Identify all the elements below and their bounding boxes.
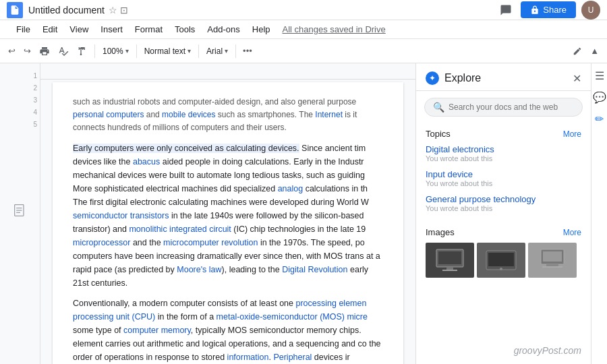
- menu-tools[interactable]: Tools: [169, 22, 200, 36]
- zoom-chevron: ▾: [125, 47, 129, 55]
- style-select[interactable]: Normal text ▾: [141, 42, 194, 60]
- menu-view[interactable]: View: [64, 22, 94, 36]
- watermark: groovyPost.com: [416, 337, 591, 364]
- mos-link[interactable]: metal-oxide-semiconductor (MOS) micre: [216, 312, 368, 322]
- explore-search-bar[interactable]: 🔍: [424, 98, 583, 117]
- svg-rect-7: [442, 270, 457, 271]
- folder-icon[interactable]: ⊡: [120, 5, 128, 16]
- processing-element-link[interactable]: processing elemen: [296, 299, 367, 308]
- highlighted-text: Early computers were only conceived as c…: [73, 144, 299, 153]
- menu-help[interactable]: Help: [247, 22, 276, 36]
- svg-rect-14: [542, 266, 562, 268]
- topic-name-1: Input device: [426, 169, 581, 179]
- information-link[interactable]: information: [227, 353, 269, 362]
- ruler-numbers: 1 2 3 4 5: [33, 70, 37, 131]
- topic-item-2[interactable]: General purpose technology You wrote abo…: [426, 194, 581, 212]
- cpu-link[interactable]: processing unit (CPU): [73, 312, 155, 322]
- svg-rect-13: [546, 264, 558, 266]
- doc-paragraph-1: Early computers were only conceived as c…: [73, 142, 383, 290]
- computer-memory-link[interactable]: computer memory: [123, 326, 191, 335]
- topics-header: Topics More: [426, 129, 581, 139]
- format-painter-button[interactable]: [74, 42, 90, 60]
- menu-insert[interactable]: Insert: [95, 22, 128, 36]
- topic-sub-0: You wrote about this: [426, 154, 581, 162]
- undo-button[interactable]: ↩: [5, 42, 18, 60]
- redo-button[interactable]: ↪: [21, 42, 34, 60]
- topic-name-2: General purpose technology: [426, 194, 581, 204]
- mobile-devices-link[interactable]: mobile devices: [162, 110, 215, 119]
- topic-sub-2: You wrote about this: [426, 204, 581, 212]
- abacus-link[interactable]: abacus: [133, 157, 160, 166]
- explore-close-button[interactable]: ✕: [573, 72, 581, 85]
- horizontal-ruler: [40, 70, 415, 80]
- menu-file[interactable]: File: [11, 22, 36, 36]
- document-area[interactable]: such as industrial robots and computer-a…: [40, 63, 415, 364]
- toolbar: ↩ ↪ 100% ▾ Normal text ▾ Arial ▾ ••• ▲: [0, 39, 607, 63]
- topic-sub-1: You wrote about this: [426, 179, 581, 187]
- svg-rect-9: [488, 253, 514, 266]
- more-options-button[interactable]: •••: [240, 42, 255, 60]
- images-grid: [426, 243, 581, 278]
- peripheral-link[interactable]: Peripheral: [273, 353, 312, 362]
- star-icon[interactable]: ☆: [109, 5, 117, 16]
- image-thumb-2[interactable]: [528, 243, 577, 278]
- font-select[interactable]: Arial ▾: [203, 42, 231, 60]
- right-icon-0[interactable]: ☰: [591, 67, 608, 84]
- topics-section: Topics More Digital electronics You wrot…: [416, 123, 591, 222]
- document-title[interactable]: Untitled document: [28, 5, 105, 16]
- separator-1: [94, 44, 95, 58]
- edit-mode-button[interactable]: [570, 42, 585, 60]
- explore-icon: ✦: [426, 71, 439, 85]
- moores-law-link[interactable]: Moore's law: [177, 265, 221, 274]
- user-avatar[interactable]: U: [581, 1, 600, 20]
- explore-header: ✦ Explore ✕: [416, 63, 591, 91]
- separator-3: [198, 44, 199, 58]
- images-header: Images More: [426, 227, 581, 237]
- collapse-toolbar-button[interactable]: ▲: [587, 42, 602, 60]
- right-icon-strip: ☰ 💬 ✏: [591, 63, 607, 364]
- images-section: Images More: [416, 222, 591, 280]
- save-status: All changes saved in Drive: [283, 24, 386, 34]
- search-icon: 🔍: [433, 102, 444, 113]
- doc-paragraph-2: Conventionally, a modern computer consis…: [73, 297, 383, 364]
- share-button[interactable]: Share: [521, 1, 576, 18]
- menu-format[interactable]: Format: [129, 22, 168, 36]
- page-icon: [13, 204, 27, 224]
- digital-revolution-link[interactable]: Digital Revolution: [282, 265, 347, 274]
- semiconductor-transistors-link[interactable]: semiconductor transistors: [73, 211, 169, 220]
- topic-item-0[interactable]: Digital electronics You wrote about this: [426, 144, 581, 162]
- chat-button[interactable]: [496, 1, 515, 20]
- style-chevron: ▾: [187, 47, 191, 55]
- svg-point-10: [500, 268, 502, 270]
- main-area: 1 2 3 4 5 such as industrial robots and …: [0, 63, 607, 364]
- image-thumb-0[interactable]: [426, 243, 474, 278]
- zoom-select[interactable]: 100% ▾: [99, 42, 132, 60]
- top-bar: Untitled document ☆ ⊡ Share U: [0, 0, 607, 20]
- topic-item-1[interactable]: Input device You wrote about this: [426, 169, 581, 187]
- monolithic-ic-link[interactable]: monolithic integrated circuit: [129, 224, 231, 234]
- personal-computers-link[interactable]: personal computers: [73, 110, 144, 119]
- print-button[interactable]: [36, 42, 53, 60]
- internet-link[interactable]: Internet: [315, 110, 343, 119]
- svg-rect-6: [446, 267, 453, 270]
- microprocessor-link[interactable]: microprocessor: [73, 238, 130, 247]
- top-bar-actions: Share U: [496, 1, 600, 20]
- explore-title: Explore: [444, 72, 573, 84]
- menu-bar: File Edit View Insert Format Tools Add-o…: [0, 20, 607, 39]
- separator-2: [136, 44, 137, 58]
- images-more-link[interactable]: More: [563, 228, 581, 237]
- explore-search-input[interactable]: [449, 102, 574, 112]
- microcomputer-link[interactable]: microcomputer revolution: [163, 238, 258, 247]
- image-thumb-1[interactable]: [477, 243, 525, 278]
- document-page: such as industrial robots and computer-a…: [53, 82, 403, 364]
- topics-label: Topics: [426, 129, 451, 139]
- right-icon-1[interactable]: 💬: [591, 89, 608, 105]
- menu-edit[interactable]: Edit: [37, 22, 63, 36]
- share-label: Share: [543, 5, 567, 15]
- right-icon-2[interactable]: ✏: [591, 111, 608, 127]
- analog-link[interactable]: analog: [278, 184, 304, 193]
- spellcheck-button[interactable]: [55, 42, 71, 60]
- svg-rect-12: [543, 251, 562, 262]
- topics-more-link[interactable]: More: [563, 129, 581, 139]
- menu-addons[interactable]: Add-ons: [202, 22, 245, 36]
